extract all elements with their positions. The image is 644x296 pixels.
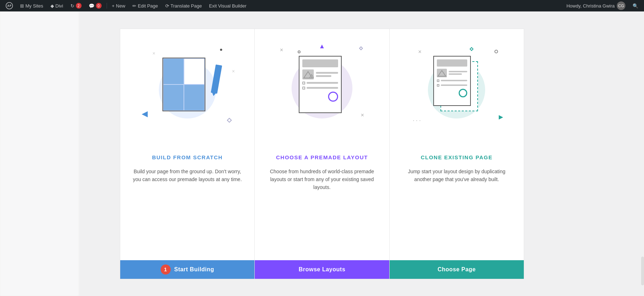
mysites-menu[interactable]: ⊞ My Sites — [17, 0, 46, 11]
cl-bottom2 — [437, 84, 467, 87]
doc-circle — [328, 92, 338, 102]
main-area: × × ◀ BUILD FROM SCRATCH Build yo — [0, 11, 644, 296]
mysites-icon: ⊞ — [20, 3, 24, 9]
card-clone-title: CLONE EXISTING PAGE — [421, 154, 493, 160]
translate-label: Translate Page — [171, 3, 202, 9]
new-button[interactable]: + New — [109, 0, 128, 11]
cl-line2 — [449, 73, 462, 75]
card-premade: × × ▲ — [254, 29, 389, 279]
updates-icon: ↻ — [70, 3, 74, 9]
browse-layouts-label: Browse Layouts — [299, 266, 346, 273]
comments-icon: 💬 — [89, 3, 94, 9]
svg-marker-0 — [304, 72, 312, 78]
cl-bline1 — [441, 80, 467, 81]
search-button[interactable]: 🔍 — [630, 3, 641, 9]
user-greeting: Howdy, Christina Gwira — [566, 3, 615, 9]
divi-label: Divi — [55, 3, 63, 9]
grid-cell-2 — [184, 58, 205, 84]
card-clone-footer: Choose Page — [390, 253, 524, 279]
card-clone: × ▶ · · · — [389, 29, 524, 279]
browse-layouts-button[interactable]: Browse Layouts — [255, 260, 389, 279]
grid-cell-3 — [163, 84, 184, 111]
admin-bar: ⊞ My Sites ◆ Divi ↻ 2 💬 0 + New ✏ Edit P… — [0, 0, 644, 11]
illustration-premade: × × ▲ — [255, 29, 389, 151]
translate-icon: ⟳ — [165, 3, 169, 9]
doc-bline2 — [307, 87, 338, 89]
comments-menu[interactable]: 💬 0 — [86, 0, 104, 11]
doc-bline1 — [307, 82, 338, 84]
deco-x2: × — [232, 68, 235, 74]
cl-line1 — [449, 71, 467, 72]
card-premade-footer: Browse Layouts — [255, 253, 389, 279]
updates-menu[interactable]: ↻ 2 — [68, 0, 84, 11]
mysites-label: My Sites — [25, 3, 43, 9]
deco-diamond1 — [227, 117, 232, 122]
cards-container: × × ◀ BUILD FROM SCRATCH Build yo — [120, 29, 524, 279]
choose-page-button[interactable]: Choose Page — [390, 260, 524, 279]
doc-line1 — [316, 72, 338, 74]
scratch-grid — [162, 58, 205, 111]
doc-bottom-row2 — [302, 87, 338, 89]
new-label: New — [116, 3, 125, 9]
edit-icon: ✏ — [132, 3, 136, 9]
start-building-badge: 1 — [161, 265, 171, 275]
clone-illustration-inner — [421, 50, 492, 129]
doc-img1 — [302, 69, 314, 79]
sidebar-hint — [0, 11, 79, 296]
start-building-button[interactable]: 1 Start Building — [120, 260, 254, 279]
illustration-scratch: × × ◀ — [120, 29, 254, 151]
deco-x4: × — [361, 112, 364, 118]
clone-doc-front — [433, 56, 471, 106]
deco-circ2 — [494, 50, 498, 53]
card-premade-title: CHOOSE A PREMADE LAYOUT — [276, 154, 368, 160]
cl-bullet2 — [437, 84, 439, 87]
cl-header — [437, 59, 467, 67]
comments-badge: 0 — [96, 3, 102, 9]
plus-icon: + — [112, 3, 115, 9]
user-info[interactable]: Howdy, Christina Gwira CG — [564, 1, 628, 10]
card-scratch: × × ◀ BUILD FROM SCRATCH Build yo — [120, 29, 254, 279]
doc-bottom-row — [302, 82, 338, 84]
deco-dots: · · · — [413, 117, 421, 124]
scrollbar[interactable] — [641, 257, 644, 285]
doc-lines1 — [316, 72, 338, 77]
cl-row1 — [437, 69, 467, 77]
exit-builder-button[interactable]: Exit Visual Builder — [206, 0, 249, 11]
scratch-illustration-inner — [152, 50, 223, 129]
deco-diam2 — [359, 46, 363, 50]
cl-bline2 — [441, 84, 467, 86]
adminbar-divider — [107, 3, 107, 9]
avatar: CG — [617, 1, 625, 10]
card-premade-desc: Choose from hundreds of world-class prem… — [255, 168, 389, 253]
cl-bullet1 — [437, 79, 439, 82]
divi-icon: ◆ — [50, 3, 54, 9]
doc-bullet2 — [302, 87, 305, 89]
deco-triangle-top: ▲ — [319, 43, 325, 50]
cl-img1 — [437, 69, 447, 77]
deco-arrow-right: ▶ — [499, 113, 503, 120]
svg-marker-2 — [438, 71, 446, 76]
doc-line2 — [316, 75, 331, 77]
cl-bottom1 — [437, 79, 467, 82]
doc-bullet1 — [302, 82, 305, 84]
wp-logo[interactable] — [3, 0, 16, 11]
grid-cell-1 — [163, 58, 184, 84]
cl-circle — [459, 89, 467, 97]
choose-page-label: Choose Page — [438, 266, 476, 273]
card-scratch-desc: Build your page from the ground up. Don'… — [120, 168, 254, 253]
card-scratch-footer: 1 Start Building — [120, 253, 254, 279]
deco-arrow-left: ◀ — [142, 109, 148, 118]
grid-cell-4 — [184, 84, 205, 111]
premade-doc — [299, 56, 342, 113]
illustration-clone: × ▶ · · · — [390, 29, 524, 151]
premade-illustration-inner — [286, 50, 358, 129]
updates-badge: 2 — [76, 3, 82, 9]
start-building-label: Start Building — [174, 266, 214, 273]
divi-menu[interactable]: ◆ Divi — [48, 0, 66, 11]
doc-header — [302, 59, 338, 67]
cl-lines1 — [449, 71, 467, 75]
card-scratch-title: BUILD FROM SCRATCH — [152, 154, 223, 160]
edit-page-button[interactable]: ✏ Edit Page — [130, 0, 161, 11]
doc-row1 — [302, 69, 338, 79]
translate-page-button[interactable]: ⟳ Translate Page — [162, 0, 205, 11]
